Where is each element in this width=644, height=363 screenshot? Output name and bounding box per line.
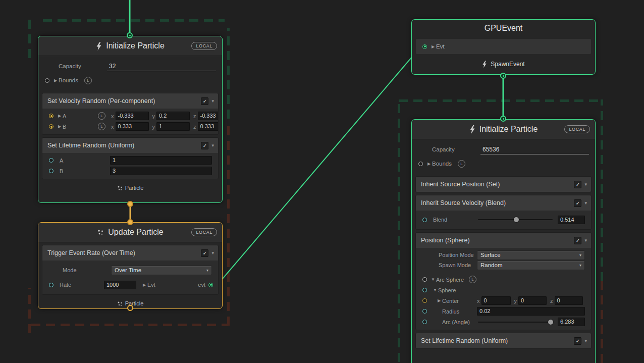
block-title: Set Lifetime Random (Uniform) bbox=[421, 337, 508, 344]
flow-input-port[interactable] bbox=[500, 116, 506, 122]
flow-input-port[interactable] bbox=[127, 219, 133, 225]
spawn-event-output-port[interactable] bbox=[500, 73, 506, 79]
enabled-checkbox[interactable]: ✓ bbox=[574, 337, 581, 345]
enabled-checkbox[interactable]: ✓ bbox=[201, 249, 208, 257]
block-header[interactable]: Inherit Source Position (Set) ✓ ▾ bbox=[416, 177, 591, 192]
chevron-down-icon[interactable]: ▾ bbox=[211, 98, 214, 103]
node-header[interactable]: Initialize Particle LOCAL bbox=[38, 36, 222, 56]
param-label: A bbox=[60, 158, 110, 164]
sphere-port[interactable] bbox=[422, 288, 427, 292]
chevron-down-icon[interactable]: ▾ bbox=[584, 182, 587, 187]
l-badge-icon: L bbox=[469, 276, 476, 283]
center-x-field[interactable]: 0 bbox=[481, 296, 511, 305]
grid-line bbox=[28, 15, 31, 58]
center-port[interactable] bbox=[422, 298, 427, 303]
arc-slider-knob[interactable] bbox=[548, 320, 553, 325]
arc-sphere-label: Arc Sphere bbox=[436, 277, 464, 283]
node-header[interactable]: Update Particle LOCAL bbox=[38, 223, 222, 242]
float-port-b[interactable] bbox=[49, 169, 53, 173]
block-header[interactable]: Set Velocity Random (Per-component) ✓ ▾ bbox=[42, 93, 218, 109]
particle-icon bbox=[117, 185, 123, 191]
arc-value-field[interactable]: 6.283 bbox=[558, 318, 585, 326]
expand-icon: ▶ bbox=[430, 44, 436, 49]
expand-icon[interactable]: ▶ bbox=[57, 114, 63, 118]
bounds-port[interactable] bbox=[45, 78, 49, 83]
chevron-down-icon[interactable]: ▾ bbox=[211, 143, 214, 148]
radius-port[interactable] bbox=[422, 309, 427, 314]
evt-output-port[interactable] bbox=[208, 283, 213, 287]
position-mode-dropdown[interactable]: Surface ▾ bbox=[477, 250, 585, 260]
node-header[interactable]: Initialize Particle LOCAL bbox=[412, 120, 595, 139]
chevron-down-icon[interactable]: ▾ bbox=[211, 250, 214, 255]
enabled-checkbox[interactable]: ✓ bbox=[574, 181, 581, 188]
foldout-open-icon[interactable]: ▼ bbox=[430, 277, 436, 282]
chevron-down-icon[interactable]: ▾ bbox=[584, 200, 587, 205]
spawn-event-label: SpawnEvent bbox=[491, 61, 524, 68]
radius-field[interactable]: 0.02 bbox=[477, 307, 585, 316]
arc-slider[interactable] bbox=[478, 322, 553, 323]
rate-port[interactable] bbox=[49, 283, 53, 287]
blend-row: Blend 0.514 bbox=[416, 213, 591, 227]
capacity-field[interactable]: 65536 bbox=[480, 145, 589, 154]
x-field[interactable]: 0.333 bbox=[116, 122, 149, 131]
expand-icon[interactable]: ▶ bbox=[52, 78, 59, 83]
velocity-row-b: ▶ B L x 0.333 y 1 z 0.333 bbox=[42, 121, 218, 132]
enabled-checkbox[interactable]: ✓ bbox=[574, 237, 581, 244]
flow-output-port[interactable] bbox=[127, 201, 133, 207]
z-field[interactable]: -0.333 bbox=[198, 112, 219, 120]
axis-z-label: z bbox=[193, 124, 196, 130]
footer-text: Particle bbox=[125, 185, 144, 191]
y-field[interactable]: 1 bbox=[156, 122, 190, 131]
center-z-field[interactable]: 0 bbox=[555, 296, 583, 305]
vfx-graph-canvas[interactable]: Initialize Particle LOCAL Capacity 32 ▶ … bbox=[0, 0, 644, 363]
center-y-field[interactable]: 0 bbox=[518, 296, 547, 305]
spawn-mode-dropdown[interactable]: Random ▾ bbox=[477, 261, 585, 270]
expand-icon[interactable]: ▶ bbox=[426, 162, 432, 166]
expand-icon[interactable]: ▶ bbox=[57, 124, 63, 129]
mode-dropdown[interactable]: Over Time ▾ bbox=[111, 266, 212, 275]
node-title[interactable]: GPUEvent bbox=[412, 20, 595, 37]
evt-input-port[interactable] bbox=[422, 44, 427, 49]
z-field[interactable]: 0.333 bbox=[198, 122, 219, 131]
blend-slider[interactable] bbox=[478, 219, 553, 220]
block-header[interactable]: Set Lifetime Random (Uniform) ✓ ▾ bbox=[42, 138, 218, 153]
foldout-open-icon[interactable]: ▼ bbox=[432, 288, 438, 292]
local-badge: LOCAL bbox=[191, 228, 217, 236]
blend-value-field[interactable]: 0.514 bbox=[558, 216, 585, 224]
chevron-down-icon[interactable]: ▾ bbox=[584, 238, 587, 243]
grid-line bbox=[28, 288, 31, 333]
lightning-icon bbox=[469, 125, 475, 134]
block-header[interactable]: Trigger Event Rate (Over Time) ✓ ▾ bbox=[42, 245, 218, 261]
rate-field[interactable]: 1000 bbox=[104, 281, 136, 289]
chevron-down-icon[interactable]: ▾ bbox=[584, 338, 587, 343]
x-field[interactable]: -0.333 bbox=[116, 112, 149, 120]
inherit-source-position-block: Inherit Source Position (Set) ✓ ▾ bbox=[415, 176, 592, 192]
flow-input-port[interactable] bbox=[127, 32, 133, 38]
particle-icon bbox=[97, 229, 104, 236]
block-header[interactable]: Inherit Source Velocity (Blend) ✓ ▾ bbox=[416, 195, 591, 211]
enabled-checkbox[interactable]: ✓ bbox=[201, 97, 208, 105]
bounds-port[interactable] bbox=[418, 162, 423, 166]
spawn-event-output: SpawnEvent bbox=[412, 56, 595, 72]
value-field[interactable]: 3 bbox=[110, 167, 212, 175]
node-settings: Capacity 32 ▶ Bounds L bbox=[38, 56, 222, 90]
y-field[interactable]: 0.2 bbox=[156, 112, 190, 120]
arc-sphere-port[interactable] bbox=[422, 277, 427, 282]
spawn-mode-row: Spawn Mode Random ▾ bbox=[416, 260, 591, 270]
block-header[interactable]: Set Lifetime Random (Uniform) ✓ ▾ bbox=[416, 333, 591, 348]
value-field[interactable]: 1 bbox=[110, 156, 212, 165]
flow-output-port[interactable] bbox=[127, 305, 133, 311]
expand-icon[interactable]: ▶ bbox=[436, 298, 442, 303]
vector-port-b[interactable] bbox=[49, 124, 53, 129]
block-header[interactable]: Position (Sphere) ✓ ▾ bbox=[416, 233, 591, 248]
enabled-checkbox[interactable]: ✓ bbox=[574, 199, 581, 207]
vector-port-a[interactable] bbox=[49, 114, 53, 118]
axis-x-label: x bbox=[111, 113, 114, 119]
float-port-a[interactable] bbox=[49, 158, 53, 163]
enabled-checkbox[interactable]: ✓ bbox=[201, 142, 208, 149]
blend-slider-knob[interactable] bbox=[514, 217, 519, 222]
arc-port[interactable] bbox=[422, 320, 427, 324]
bounds-row: ▶ Bounds L bbox=[38, 73, 222, 87]
blend-port[interactable] bbox=[422, 218, 427, 222]
capacity-field[interactable]: 32 bbox=[107, 62, 216, 71]
